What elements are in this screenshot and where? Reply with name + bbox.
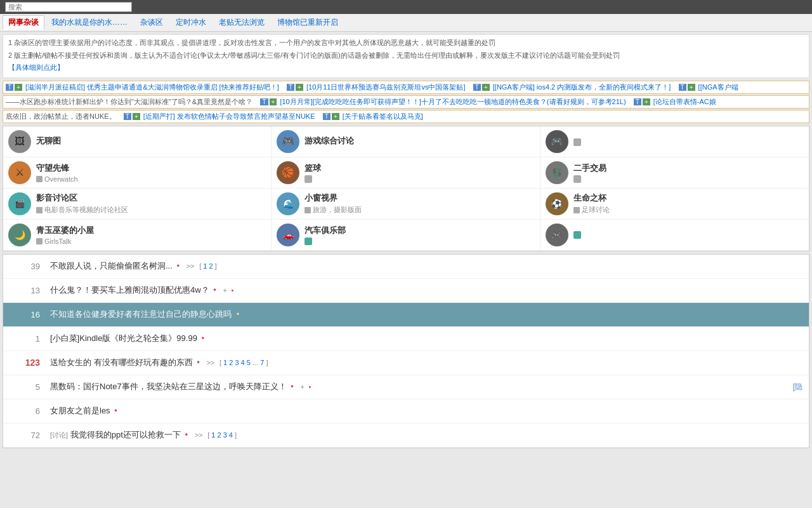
forum-name-qiche[interactable]: 汽车俱乐部 <box>304 225 534 236</box>
forum-name-youxi[interactable]: 游戏综合讨论 <box>304 135 534 147</box>
page-link-8-2: 2 <box>217 431 221 439</box>
post-page-links-8[interactable]: [ 1 2 3 4 ] <box>207 431 237 439</box>
tag-t-6: T <box>634 98 641 105</box>
forum-cell-lanqiu[interactable]: 🏀 篮球 <box>272 157 540 189</box>
announce-text-8: 底依旧，政治帖禁止，违者NUKE。 <box>6 112 116 120</box>
post-count-5: 123 <box>10 358 40 368</box>
forum-icon-lanqiu: 🏀 <box>277 161 299 184</box>
page-link-8-3: 3 <box>223 431 227 439</box>
forum-sub-lanqiu <box>304 175 534 183</box>
tab-shuijiu[interactable]: 我的水就是你的水…… <box>46 15 133 30</box>
forum-sub-qiche <box>304 237 534 245</box>
announce-text-1[interactable]: [滋润半月派征稿启] 优秀主题申请通道&大滋润博物馆收录重启 [快来推荐好贴吧！… <box>25 83 279 91</box>
forum-cell-shengming[interactable]: ⚽ 生命之杯 足球讨论 <box>540 189 809 220</box>
forum-cell-empty1[interactable]: 🎮 <box>540 126 809 157</box>
post-count-3: 16 <box>10 310 40 319</box>
post-title-1[interactable]: 不敢跟人说，只能偷偷匿名树洞... • >> [ 1 2 ] <box>50 260 802 272</box>
forum-icon-shengming: ⚽ <box>546 192 568 215</box>
forum-icon-wuliaotu: 🖼 <box>8 130 31 153</box>
post-page-links-5[interactable]: [ 1 2 3 4 5 ... 7 ] <box>219 359 268 366</box>
post-title-3[interactable]: 不知道各位健身爱好者有注意过自己的静息心跳吗 • <box>50 309 802 320</box>
post-title-5[interactable]: 送给女生的 有没有哪些好玩有趣的东西 • >> [ 1 2 3 4 5 ... … <box>50 357 802 368</box>
forum-info-qiche: 汽车俱乐部 <box>304 225 534 245</box>
forum-icon-qingyu: 🌙 <box>8 224 31 246</box>
forum-sub-empty1 <box>573 138 804 146</box>
post-row-1[interactable]: 39 不敢跟人说，只能偷偷匿名树洞... • >> [ 1 2 ] <box>3 255 809 279</box>
post-dot-5: • <box>197 358 200 367</box>
forum-icon-xiaochuang: 🌊 <box>277 192 299 215</box>
forum-name-overwatch[interactable]: 守望先锋 <box>36 163 266 174</box>
post-row-2[interactable]: 13 什么鬼？！要买车上雅阁混动顶配优惠4w？ • + • <box>3 279 809 303</box>
tag-t-3: T <box>473 84 481 91</box>
post-dot-8: • <box>185 430 188 439</box>
search-input[interactable] <box>5 2 132 12</box>
post-count-4: 1 <box>10 334 40 344</box>
forum-name-ershou[interactable]: 二手交易 <box>573 163 804 174</box>
post-row-6[interactable]: 5 黑数码：国行Note7事件，我坚决站在三星这边，呼唤天降正义！ • + • … <box>3 375 809 399</box>
rule-link[interactable]: 【具体细则点此】 <box>8 62 804 74</box>
sub-icon-qingyu <box>36 238 43 244</box>
forum-cell-xiaochuang[interactable]: 🌊 小窗视界 旅游，摄影版面 <box>272 189 540 220</box>
tab-zatan[interactable]: 杂谈区 <box>134 15 169 30</box>
announce-text-6[interactable]: [10月月常][完成吃吃吃任务即可获得声望！！]十月了不去吃吃吃一顿地道的特色美… <box>280 98 625 105</box>
forum-cell-overwatch[interactable]: ⚔ 守望先锋 Overwatch <box>3 157 272 189</box>
tab-laotie[interactable]: 老贴无法浏览 <box>213 15 270 30</box>
post-row-5[interactable]: 123 送给女生的 有没有哪些好玩有趣的东西 • >> [ 1 2 3 4 5 … <box>3 351 809 375</box>
plus-3: + <box>482 84 490 91</box>
forum-cell-ershou[interactable]: 💱 二手交易 <box>540 157 809 189</box>
forum-cell-youxi[interactable]: 🎮 游戏综合讨论 <box>272 126 540 157</box>
announce-text-5: ——水区跑步标准统计新鲜出炉！你达到"大滋润标准"了吗？&真里竟然是个啥？ <box>6 98 252 105</box>
forum-name-xiaochuang[interactable]: 小窗视界 <box>304 192 534 204</box>
forum-icon-empty2: 🎮 <box>546 224 568 246</box>
post-title-6[interactable]: 黑数码：国行Note7事件，我坚决站在三星这边，呼唤天降正义！ • + • <box>50 381 788 392</box>
post-title-text-2: 什么鬼？！要买车上雅阁混动顶配优惠4w？ <box>50 285 209 295</box>
tab-dingshi[interactable]: 定时冲水 <box>170 15 212 30</box>
forum-cell-empty2[interactable]: 🎮 <box>540 220 809 251</box>
page-link-8-4: 4 <box>229 431 233 439</box>
forum-sub-xiaochuang: 旅游，摄影版面 <box>304 205 534 215</box>
forum-sub-text-yingyin: 电影音乐等视频的讨论社区 <box>44 205 128 215</box>
post-plus-2: + <box>223 286 226 294</box>
announce-text-4[interactable]: [[NGA客户端 <box>698 83 738 91</box>
tab-bowuguan[interactable]: 博物馆已重新开启 <box>272 15 344 30</box>
post-row-4[interactable]: 1 [小白菜]Kindle版《时光之轮全集》99.99 • <box>3 327 809 351</box>
forum-name-shengming[interactable]: 生命之杯 <box>573 192 804 204</box>
announce-text-3[interactable]: [[NGA客户端] ios4.2 内测版发布，全新的夜间模式来了！] <box>493 83 671 91</box>
post-row-8[interactable]: 72 [讨论] 我觉得我的ppt还可以抢救一下 • >> [ 1 2 3 4 ] <box>3 424 809 448</box>
sub-icon-shengming <box>573 207 580 213</box>
forum-cell-qingyu[interactable]: 🌙 青玉巫婆的小屋 GirlsTalk <box>3 220 272 251</box>
forum-name-qingyu[interactable]: 青玉巫婆的小屋 <box>36 225 266 236</box>
tag-t-7: T <box>124 113 131 120</box>
forum-cell-qiche[interactable]: 🚗 汽车俱乐部 <box>272 220 540 251</box>
post-title-8[interactable]: [讨论] 我觉得我的ppt还可以抢救一下 • >> [ 1 2 3 4 ] <box>50 429 802 441</box>
post-row-7[interactable]: 6 女朋友之前是les • <box>3 399 809 424</box>
post-count-7: 6 <box>10 406 40 416</box>
forum-info-yingyin: 影音讨论区 电影音乐等视频的讨论社区 <box>36 192 266 215</box>
announce-text-7[interactable]: [论坛自带表情-AC娘 <box>653 98 716 105</box>
forum-name-lanqiu[interactable]: 篮球 <box>304 163 534 174</box>
tag-t-5: T <box>260 98 268 105</box>
forum-name-yingyin[interactable]: 影音讨论区 <box>36 192 266 204</box>
post-title-2[interactable]: 什么鬼？！要买车上雅阁混动顶配优惠4w？ • + • <box>50 284 802 296</box>
announce-text-10[interactable]: [关于贴条看签名以及马克] <box>343 112 423 120</box>
announce-text-2[interactable]: [10月11日世界杯预选赛乌兹别克斯坦vs中国落架贴] <box>306 83 466 91</box>
forum-sub-ershou <box>573 175 804 183</box>
forum-cell-yingyin[interactable]: 🎬 影音讨论区 电影音乐等视频的讨论社区 <box>3 189 272 220</box>
post-title-7[interactable]: 女朋友之前是les • <box>50 405 802 417</box>
announce-text-9[interactable]: [近期严打] 发布软色情帖子会导致禁言抢声望基至NUKE <box>143 112 315 120</box>
verified-icon-lanqiu <box>304 175 312 183</box>
forum-icon-ershou: 💱 <box>546 161 568 184</box>
forum-name-wuliaotu[interactable]: 无聊图 <box>36 135 266 147</box>
post-page-links-1[interactable]: [ 1 2 ] <box>199 262 217 270</box>
page-link-1-1: 1 <box>203 262 207 270</box>
forum-grid: 🖼 无聊图 🎮 游戏综合讨论 🎮 ⚔ 守望先锋 Overwatch <box>3 126 809 251</box>
post-count-6: 5 <box>10 382 40 392</box>
forum-cell-wuliaotu[interactable]: 🖼 无聊图 <box>3 126 272 157</box>
post-plus-6: + <box>301 383 304 391</box>
tab-wangshi-zatan[interactable]: 网事杂谈 <box>3 15 44 30</box>
post-row-3[interactable]: 16 不知道各位健身爱好者有注意过自己的静息心跳吗 • <box>3 303 809 327</box>
forum-info-qingyu: 青玉巫婆的小屋 GirlsTalk <box>36 225 266 245</box>
post-title-4[interactable]: [小白菜]Kindle版《时光之轮全集》99.99 • <box>50 333 802 344</box>
post-dot-1: • <box>176 261 180 271</box>
forum-icon-qiche: 🚗 <box>277 224 299 246</box>
